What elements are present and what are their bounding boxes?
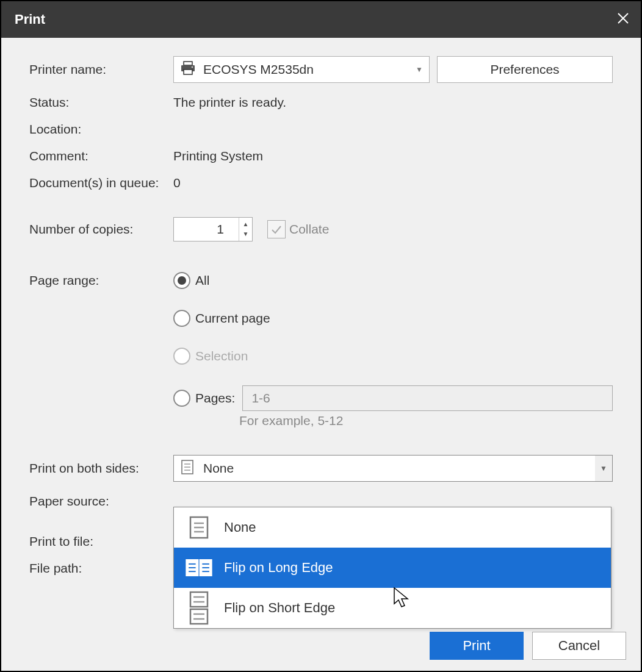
printer-name-select[interactable]: ECOSYS M2535dn ▼ (173, 56, 430, 83)
chevron-down-icon: ▼ (416, 65, 423, 74)
page-icon (180, 459, 195, 478)
title-bar: Print (1, 1, 641, 38)
duplex-option-long[interactable]: Flip on Long Edge (174, 548, 611, 588)
svg-rect-2 (184, 70, 192, 74)
queue-label: Document(s) in queue: (29, 176, 173, 190)
pages-input[interactable]: 1-6 (242, 385, 613, 411)
status-value: The printer is ready. (173, 95, 286, 110)
radio-selection-label: Selection (195, 349, 248, 363)
radio-current-label: Current page (195, 311, 270, 326)
preferences-button[interactable]: Preferences (437, 56, 613, 83)
pages-placeholder: 1-6 (251, 391, 270, 406)
paper-source-label: Paper source: (29, 494, 173, 509)
page-short-edge-icon (185, 591, 213, 625)
svg-rect-0 (184, 62, 192, 65)
file-path-label: File path: (29, 561, 173, 576)
duplex-option-none-label: None (224, 520, 256, 535)
radio-pages-label: Pages: (195, 391, 235, 406)
cancel-button[interactable]: Cancel (532, 632, 626, 660)
dialog-body: Printer name: ECOSYS M2535dn ▼ (1, 38, 641, 671)
printer-name-value: ECOSYS M2535dn (203, 62, 314, 77)
chevron-down-icon[interactable]: ▼ (595, 456, 612, 481)
dialog-title: Print (15, 12, 45, 27)
radio-current[interactable] (173, 310, 190, 327)
page-single-icon (185, 515, 213, 540)
page-range-label: Page range: (29, 272, 173, 288)
duplex-option-none[interactable]: None (174, 507, 611, 548)
duplex-option-short-label: Flip on Short Edge (224, 600, 335, 616)
radio-current-row[interactable]: Current page (173, 310, 613, 327)
svg-rect-23 (190, 609, 207, 624)
radio-pages[interactable] (173, 390, 190, 407)
checkbox-icon (267, 220, 286, 238)
radio-all-row[interactable]: All (173, 272, 613, 289)
print-to-file-label: Print to file: (29, 534, 173, 549)
duplex-dropdown[interactable]: None Flip on Long Edge (173, 507, 611, 629)
radio-all-label: All (195, 273, 209, 288)
printer-name-label: Printer name: (29, 62, 173, 77)
copies-stepper[interactable]: 1 ▲ ▼ (173, 217, 253, 241)
status-label: Status: (29, 95, 173, 110)
page-long-edge-icon (185, 555, 213, 581)
both-sides-label: Print on both sides: (29, 461, 173, 476)
print-button[interactable]: Print (430, 632, 524, 660)
duplex-option-short[interactable]: Flip on Short Edge (174, 588, 611, 628)
close-icon[interactable] (616, 11, 630, 28)
copies-label: Number of copies: (29, 222, 173, 237)
duplex-selected-value: None (203, 461, 234, 476)
radio-selection (173, 348, 190, 365)
printer-icon (180, 61, 196, 79)
queue-value: 0 (173, 176, 181, 190)
svg-point-3 (192, 66, 193, 68)
copies-value: 1 (174, 222, 239, 237)
stepper-down-icon[interactable]: ▼ (243, 229, 249, 239)
stepper-up-icon[interactable]: ▲ (243, 220, 249, 229)
collate-label: Collate (289, 222, 329, 237)
location-label: Location: (29, 122, 173, 137)
radio-all[interactable] (173, 272, 190, 289)
pages-hint: For example, 5-12 (239, 413, 613, 428)
print-dialog: Print Printer name: ECOSY (0, 0, 642, 672)
comment-value: Printing System (173, 149, 263, 163)
comment-label: Comment: (29, 149, 173, 163)
duplex-select[interactable]: None ▼ (173, 455, 613, 482)
svg-rect-20 (190, 592, 207, 607)
radio-pages-row[interactable]: Pages: 1-6 (173, 385, 613, 411)
radio-selection-row: Selection (173, 348, 613, 365)
stepper-buttons[interactable]: ▲ ▼ (239, 218, 252, 241)
duplex-option-long-label: Flip on Long Edge (224, 560, 333, 576)
collate-checkbox: Collate (267, 220, 329, 238)
footer-buttons: Print Cancel (430, 632, 626, 660)
